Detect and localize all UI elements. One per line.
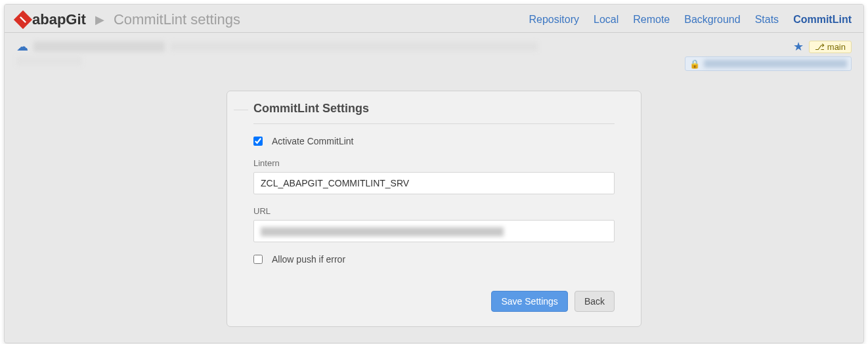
logo[interactable]: abapGit	[16, 11, 86, 28]
header-left: abapGit ▶ CommitLint settings	[16, 11, 240, 28]
breadcrumb: CommitLint settings	[114, 11, 240, 28]
panel-title-line	[234, 110, 248, 110]
repo-info-box[interactable]: 🔒	[685, 56, 852, 71]
allow-push-label: Allow push if error	[272, 254, 345, 265]
repo-bar: ☁ ★ ⎇ main 🔒	[16, 39, 852, 71]
nav-stats[interactable]: Stats	[755, 14, 779, 26]
button-row: Save Settings Back	[253, 291, 615, 312]
repo-bar-right: ★ ⎇ main 🔒	[685, 39, 852, 71]
panel-title-row: CommitLint Settings	[253, 110, 615, 124]
nav-commitlint[interactable]: CommitLint	[793, 14, 852, 26]
header: abapGit ▶ CommitLint settings Repository…	[5, 5, 863, 33]
nav-background[interactable]: Background	[684, 14, 740, 26]
lintern-input[interactable]	[253, 172, 615, 194]
star-icon[interactable]: ★	[793, 39, 804, 54]
allow-push-row: Allow push if error	[253, 254, 615, 265]
breadcrumb-arrow-icon: ▶	[95, 12, 104, 27]
repo-desc-redacted	[170, 42, 538, 51]
app-frame: abapGit ▶ CommitLint settings Repository…	[4, 4, 864, 343]
settings-panel: CommitLint Settings Activate CommitLint …	[227, 91, 641, 327]
nav: Repository Local Remote Background Stats…	[529, 14, 852, 26]
allow-push-checkbox[interactable]	[253, 255, 263, 264]
url-label: URL	[253, 206, 615, 216]
nav-repository[interactable]: Repository	[529, 14, 579, 26]
back-button[interactable]: Back	[575, 291, 615, 312]
branch-label: main	[827, 42, 846, 52]
repo-name-redacted	[33, 41, 165, 52]
logo-text: abapGit	[32, 11, 86, 28]
lintern-label: Lintern	[253, 158, 615, 168]
panel-title: CommitLint Settings	[253, 102, 378, 116]
url-input[interactable]	[253, 220, 615, 242]
nav-remote[interactable]: Remote	[633, 14, 670, 26]
repo-sub-redacted	[16, 56, 82, 66]
logo-icon	[14, 11, 32, 29]
cloud-icon: ☁	[16, 39, 28, 54]
repo-info-redacted	[704, 60, 847, 68]
activate-row: Activate CommitLint	[253, 136, 615, 146]
save-button[interactable]: Save Settings	[491, 291, 567, 312]
content: ☁ ★ ⎇ main 🔒	[5, 33, 863, 343]
nav-local[interactable]: Local	[594, 14, 618, 26]
branch-chip[interactable]: ⎇ main	[809, 41, 852, 53]
activate-checkbox[interactable]	[253, 137, 263, 146]
activate-label: Activate CommitLint	[272, 136, 353, 146]
repo-bar-left: ☁	[16, 39, 538, 66]
lock-icon: 🔒	[689, 59, 700, 69]
branch-icon: ⎇	[815, 42, 825, 52]
url-value-redacted	[261, 227, 504, 236]
